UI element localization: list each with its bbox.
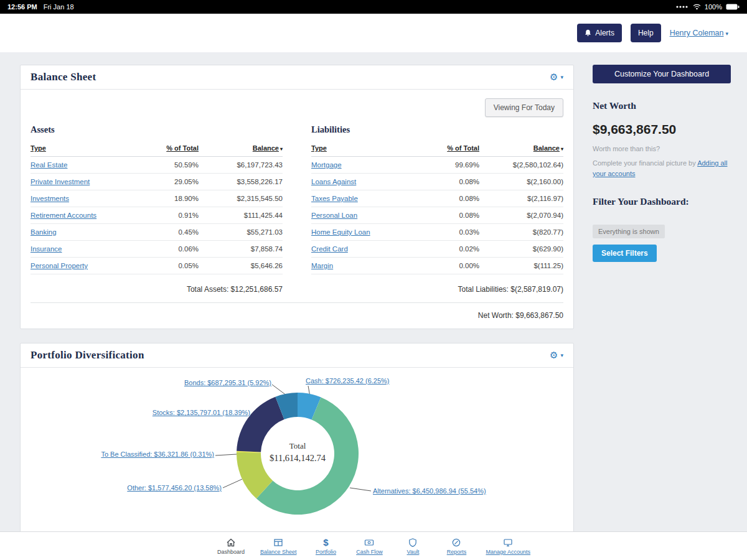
nav-item-dashboard[interactable]: Dashboard bbox=[217, 537, 245, 555]
total-liabilities: Total Liabilities: $(2,587,819.07) bbox=[311, 274, 563, 297]
gear-icon: ⚙ bbox=[550, 350, 558, 361]
assets-table: Assets Type % of Total Balance▾ Real Est… bbox=[31, 123, 283, 297]
gear-icon: ⚙ bbox=[550, 72, 558, 83]
complete-picture-label: Complete your financial picture by bbox=[593, 159, 697, 167]
balance-sheet-card: Balance Sheet ⚙ ▾ Viewing For Today Asse… bbox=[20, 65, 574, 329]
liability-pct: 0.08% bbox=[420, 178, 479, 185]
sort-desc-icon: ▾ bbox=[280, 146, 283, 152]
nav-item-reports[interactable]: Reports bbox=[442, 537, 471, 555]
wifi-icon bbox=[693, 4, 701, 10]
report-pencil-icon bbox=[451, 537, 461, 548]
callout-cash[interactable]: Cash: $726,235.42 (6.25%) bbox=[306, 377, 390, 385]
liabilities-header-type[interactable]: Type bbox=[311, 144, 420, 152]
nav-item-manage-accounts[interactable]: Manage Accounts bbox=[486, 537, 530, 555]
portfolio-card: Portfolio Diversification ⚙ ▾ Total bbox=[20, 343, 574, 550]
user-menu[interactable]: Henry Coleman▾ bbox=[670, 29, 728, 37]
portfolio-settings-menu[interactable]: ⚙ ▾ bbox=[550, 350, 563, 361]
asset-pct: 0.91% bbox=[139, 212, 199, 219]
viewing-for-today-button[interactable]: Viewing For Today bbox=[485, 98, 563, 117]
battery-icon bbox=[726, 4, 740, 10]
asset-balance: $55,271.03 bbox=[199, 228, 283, 236]
asset-balance: $111,425.44 bbox=[199, 212, 283, 219]
nav-label: Cash Flow bbox=[356, 549, 383, 555]
assets-header-pct[interactable]: % of Total bbox=[139, 144, 199, 152]
liability-type-link[interactable]: Mortgage bbox=[311, 161, 420, 169]
net-worth-subtext: Worth more than this? bbox=[593, 145, 660, 152]
assets-title: Assets bbox=[31, 124, 283, 135]
nav-item-portfolio[interactable]: $ Portfolio bbox=[311, 537, 340, 555]
callout-alternatives[interactable]: Alternatives: $6,450,986.94 (55.54%) bbox=[373, 487, 486, 495]
help-button-label: Help bbox=[638, 29, 654, 37]
table-row: Loans Against 0.08% $(2,160.00) bbox=[311, 174, 563, 190]
liability-pct: 0.03% bbox=[420, 228, 479, 236]
liability-type-link[interactable]: Loans Against bbox=[311, 178, 420, 185]
callout-to-be-classified[interactable]: To Be Classified: $36,321.86 (0.31%) bbox=[101, 450, 214, 458]
liability-type-link[interactable]: Taxes Payable bbox=[311, 195, 420, 202]
liability-type-link[interactable]: Margin bbox=[311, 262, 420, 269]
assets-header-type[interactable]: Type bbox=[31, 144, 139, 152]
bottom-nav: Dashboard Balance Sheet $ Portfolio Cash… bbox=[0, 531, 747, 560]
portfolio-title: Portfolio Diversification bbox=[31, 349, 144, 362]
clock: 12:56 PM bbox=[7, 3, 37, 11]
dollar-icon: $ bbox=[323, 537, 328, 548]
net-worth-heading: Net Worth bbox=[593, 100, 636, 111]
alerts-button-label: Alerts bbox=[595, 29, 614, 37]
assets-header-balance[interactable]: Balance▾ bbox=[199, 144, 283, 152]
callout-stocks[interactable]: Stocks: $2,135,797.01 (18.39%) bbox=[153, 409, 250, 416]
nav-label: Reports bbox=[447, 549, 467, 555]
help-button[interactable]: Help bbox=[631, 24, 661, 42]
liability-type-link[interactable]: Personal Loan bbox=[311, 212, 420, 219]
table-row: Taxes Payable 0.08% $(2,116.97) bbox=[311, 190, 563, 207]
liabilities-header-balance[interactable]: Balance▾ bbox=[479, 144, 563, 152]
liability-pct: 0.08% bbox=[420, 212, 479, 219]
asset-type-link[interactable]: Private Investment bbox=[31, 178, 139, 185]
alerts-button[interactable]: Alerts bbox=[577, 24, 622, 42]
table-row: Home Equity Loan 0.03% $(820.77) bbox=[311, 224, 563, 241]
asset-pct: 0.45% bbox=[139, 228, 199, 236]
nav-item-cash-flow[interactable]: Cash Flow bbox=[355, 537, 383, 555]
liability-type-link[interactable]: Credit Card bbox=[311, 245, 420, 253]
select-filters-button[interactable]: Select Filters bbox=[593, 245, 657, 262]
filter-dashboard-heading: Filter Your Dashboard: bbox=[593, 196, 689, 207]
liability-pct: 99.69% bbox=[420, 161, 479, 169]
liabilities-table: Liabilities Type % of Total Balance▾ Mor… bbox=[311, 123, 563, 297]
table-row: Investments 18.90% $2,315,545.50 bbox=[31, 190, 283, 207]
nav-item-vault[interactable]: Vault bbox=[398, 537, 427, 555]
asset-type-link[interactable]: Personal Property bbox=[31, 262, 139, 269]
liability-balance: $(2,070.94) bbox=[479, 212, 563, 219]
callout-other[interactable]: Other: $1,577,456.20 (13.58%) bbox=[127, 484, 222, 492]
asset-type-link[interactable]: Banking bbox=[31, 228, 139, 236]
table-row: Credit Card 0.02% $(629.90) bbox=[311, 241, 563, 258]
callout-bonds[interactable]: Bonds: $687,295.31 (5.92%) bbox=[184, 379, 271, 386]
cellular-signal-icon bbox=[675, 4, 689, 9]
liability-balance: $(111.25) bbox=[479, 262, 563, 269]
assets-rows: Real Estate 50.59% $6,197,723.43 Private… bbox=[31, 157, 283, 274]
balance-sheet-settings-menu[interactable]: ⚙ ▾ bbox=[550, 72, 563, 83]
liability-type-link[interactable]: Home Equity Loan bbox=[311, 228, 420, 236]
asset-type-link[interactable]: Real Estate bbox=[31, 161, 139, 169]
nav-label: Vault bbox=[407, 549, 420, 555]
liability-pct: 0.02% bbox=[420, 245, 479, 253]
liability-balance: $(629.90) bbox=[479, 245, 563, 253]
donut-total-value: $11,614,142.74 bbox=[270, 453, 326, 464]
home-icon bbox=[226, 537, 236, 548]
asset-pct: 29.05% bbox=[139, 178, 199, 185]
customize-dashboard-button[interactable]: Customize Your Dashboard bbox=[593, 65, 731, 83]
assets-header-balance-label: Balance bbox=[253, 144, 279, 152]
asset-type-link[interactable]: Retirement Accounts bbox=[31, 212, 139, 219]
table-icon bbox=[273, 537, 283, 548]
date: Fri Jan 18 bbox=[44, 3, 74, 11]
complete-picture-text: Complete your financial picture by Addin… bbox=[593, 158, 731, 179]
nav-item-balance-sheet[interactable]: Balance Sheet bbox=[260, 537, 297, 555]
liability-balance: $(2,116.97) bbox=[479, 195, 563, 202]
nav-label: Portfolio bbox=[316, 549, 336, 555]
balance-sheet-title: Balance Sheet bbox=[31, 71, 96, 83]
asset-pct: 50.59% bbox=[139, 161, 199, 169]
donut-chart-area: Total $11,614,142.74 Bonds: $687,295.31 … bbox=[21, 368, 573, 549]
asset-type-link[interactable]: Insurance bbox=[31, 245, 139, 253]
liability-balance: $(2,580,102.64) bbox=[479, 161, 563, 169]
user-name: Henry Coleman bbox=[670, 29, 724, 37]
net-worth-summary: Net Worth: $9,663,867.50 bbox=[31, 302, 563, 325]
asset-type-link[interactable]: Investments bbox=[31, 195, 139, 202]
liabilities-header-pct[interactable]: % of Total bbox=[420, 144, 479, 152]
